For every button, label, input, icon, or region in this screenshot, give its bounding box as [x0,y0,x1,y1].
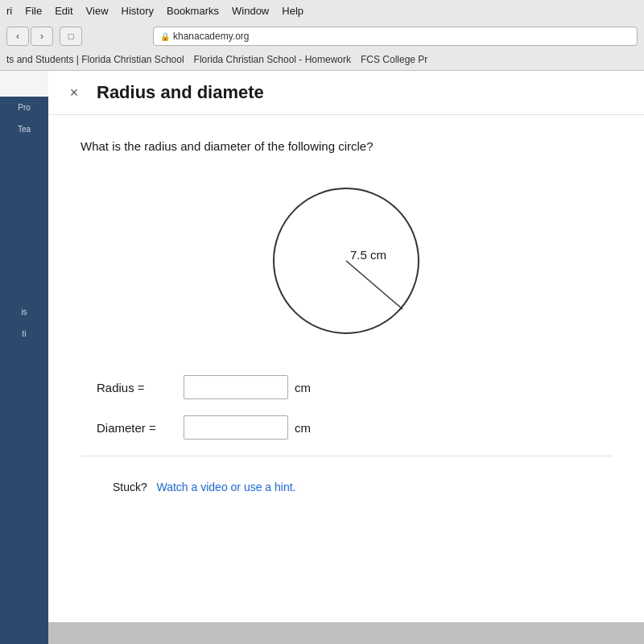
circle-svg: 7.5 cm [258,172,435,349]
forward-button[interactable]: › [31,27,53,46]
question-text: What is the radius and diameter of the f… [80,139,612,153]
sidebar-label-is: is [0,301,48,323]
left-sidebar: Pro Tea is ti [0,97,48,644]
modal-body: What is the radius and diameter of the f… [48,115,644,518]
sidebar-label-pro: Pro [0,97,48,118]
back-button[interactable]: ‹ [6,27,29,46]
menu-item-bookmarks[interactable]: Bookmarks [167,5,219,17]
bookmark-3[interactable]: FCS College Pr [361,54,427,68]
modal-panel: × Radius and diamete What is the radius … [48,71,644,622]
stuck-row: Stuck? Watch a video or use a hint. [97,473,612,493]
circle-diagram: 7.5 cm [80,172,612,349]
lock-icon: 🔒 [160,32,170,41]
svg-line-1 [346,261,402,309]
tab-icon-button[interactable]: □ [60,27,82,46]
address-text: khanacademy.org [173,31,250,42]
diameter-label: Diameter = [97,421,177,435]
menu-bar: ri File Edit View History Bookmarks Wind… [0,0,644,21]
menu-item-window[interactable]: Window [232,5,269,17]
page-area: Pro Tea is ti Progress × Radius and diam… [0,71,644,622]
bookmark-1[interactable]: ts and Students | Florida Christian Scho… [6,54,184,68]
toolbar: ‹ › □ 🔒 khanacademy.org [0,21,644,52]
main-content: Progress × Radius and diamete What is th… [48,71,644,622]
nav-buttons: ‹ › [6,27,53,46]
radius-input[interactable] [184,375,288,399]
close-button[interactable]: × [64,83,84,102]
menu-item-edit[interactable]: Edit [55,5,72,17]
sidebar-label-tea: Tea [0,118,48,140]
browser-chrome: ri File Edit View History Bookmarks Wind… [0,0,644,71]
radius-row: Radius = cm [97,375,612,399]
menu-item-history[interactable]: History [122,5,154,17]
menu-item-help[interactable]: Help [282,5,303,17]
stuck-label: Stuck? [113,481,147,493]
modal-header: × Radius and diamete [48,71,644,115]
diameter-unit: cm [295,421,311,435]
svg-text:7.5 cm: 7.5 cm [350,248,386,262]
diameter-input[interactable] [184,415,288,440]
radius-unit: cm [295,381,311,394]
divider [80,456,612,456]
diameter-row: Diameter = cm [97,415,612,440]
modal-title: Radius and diamete [97,82,628,103]
radius-label: Radius = [97,381,177,394]
bookmark-2[interactable]: Florida Christian School - Homework [194,54,351,68]
menu-item-view[interactable]: View [86,5,109,17]
menu-item-file[interactable]: File [25,5,42,17]
sidebar-label-ti: ti [0,323,48,345]
address-bar[interactable]: 🔒 khanacademy.org [153,27,638,46]
menu-item-ri[interactable]: ri [6,5,12,17]
bookmarks-bar: ts and Students | Florida Christian Scho… [0,52,644,71]
stuck-link[interactable]: Watch a video or use a hint. [156,481,295,493]
